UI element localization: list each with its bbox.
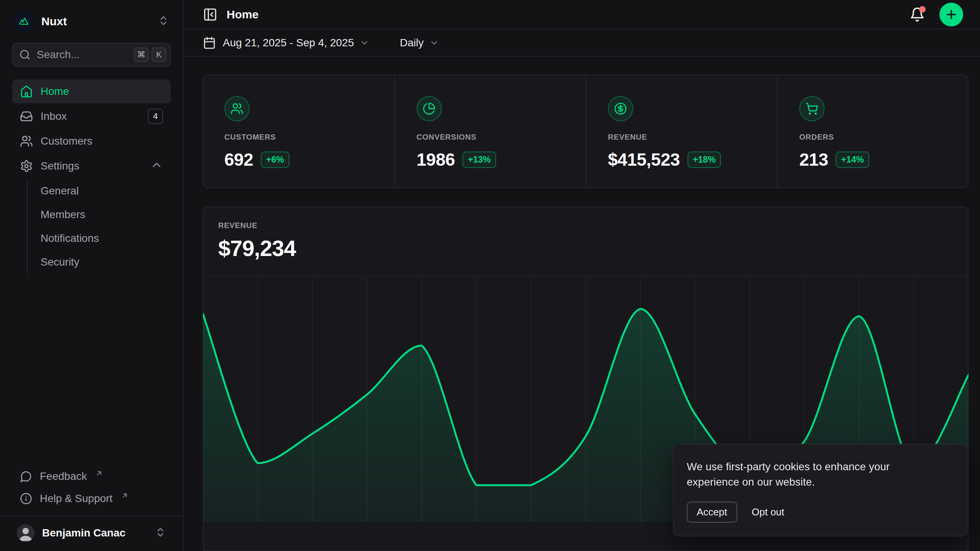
granularity-value: Daily — [400, 37, 424, 49]
help-support-link[interactable]: Help & Support — [12, 487, 171, 510]
collapse-sidebar-button[interactable] — [203, 7, 217, 22]
pie-chart-icon — [416, 96, 442, 121]
stat-delta-badge: +6% — [261, 152, 289, 168]
notifications-button[interactable] — [910, 7, 925, 22]
stat-value: 213 — [799, 149, 828, 170]
external-link-icon — [95, 469, 103, 477]
sidebar-item-settings[interactable]: Settings — [12, 154, 171, 178]
stat-label: ORDERS — [799, 133, 953, 142]
filters-bar: Aug 21, 2025 - Sep 4, 2025 Daily — [184, 29, 980, 57]
sub-item-label: General — [41, 185, 79, 197]
stat-delta-badge: +13% — [462, 152, 496, 168]
cookie-message: We use first-party cookies to enhance yo… — [687, 459, 939, 490]
gear-icon — [20, 160, 33, 173]
team-selector[interactable]: Nuxt — [12, 10, 171, 33]
feedback-label: Feedback — [40, 470, 87, 483]
feedback-link[interactable]: Feedback — [12, 465, 171, 487]
sidebar-item-label: Settings — [41, 160, 79, 172]
home-icon — [20, 85, 33, 98]
plus-icon — [945, 8, 958, 21]
page-header: Home — [184, 0, 980, 29]
stat-value: 1986 — [416, 149, 455, 170]
search-kbd-hints: ⌘ K — [134, 47, 166, 62]
inbox-count-badge: 4 — [148, 109, 163, 124]
sidebar-item-label: Inbox — [41, 110, 67, 122]
users-icon — [224, 96, 250, 121]
page-title: Home — [227, 8, 258, 21]
sidebar-nav: Home Inbox 4 Customers Settings General — [12, 80, 171, 274]
stat-delta-badge: +14% — [836, 152, 869, 168]
accept-button[interactable]: Accept — [687, 502, 737, 523]
kbd-meta: ⌘ — [134, 47, 149, 62]
kbd-k: K — [152, 47, 166, 62]
sidebar-item-notifications[interactable]: Notifications — [28, 227, 171, 250]
sub-item-label: Notifications — [41, 232, 99, 245]
help-support-label: Help & Support — [40, 492, 113, 505]
team-name: Nuxt — [41, 15, 67, 28]
circle-dollar-icon — [608, 96, 633, 121]
search-icon — [19, 49, 31, 60]
sidebar: Nuxt Search... ⌘ K Home Inbox 4 — [0, 0, 184, 551]
cookie-banner: We use first-party cookies to enhance yo… — [673, 444, 969, 536]
stat-conversions: CONVERSIONS 1986 +13% — [394, 75, 586, 188]
stats-card: CUSTOMERS 692 +6% CONVERSIONS 1986 +13% — [203, 75, 969, 188]
sub-item-label: Members — [41, 209, 85, 221]
user-avatar — [17, 524, 34, 542]
stat-value: $415,523 — [608, 149, 680, 170]
shopping-cart-icon — [799, 96, 825, 121]
sidebar-item-label: Home — [41, 85, 69, 98]
stat-label: CONVERSIONS — [416, 133, 570, 142]
sidebar-item-home[interactable]: Home — [12, 80, 171, 103]
chevron-up-icon — [150, 158, 163, 174]
search-placeholder: Search... — [37, 49, 128, 61]
granularity-select[interactable]: Daily — [400, 37, 439, 49]
add-button[interactable] — [939, 3, 963, 26]
chevrons-up-down-icon — [158, 15, 169, 28]
chevron-down-icon — [429, 38, 439, 48]
date-range-picker[interactable]: Aug 21, 2025 - Sep 4, 2025 — [223, 37, 369, 49]
user-menu[interactable]: Benjamin Canac — [12, 517, 171, 545]
revenue-chart-label: REVENUE — [218, 221, 953, 230]
users-icon — [20, 135, 33, 148]
stat-label: REVENUE — [608, 133, 762, 142]
chevrons-up-down-icon — [155, 527, 166, 540]
sidebar-item-members[interactable]: Members — [28, 203, 171, 227]
chevron-down-icon — [359, 38, 369, 48]
calendar-icon — [203, 36, 216, 49]
stat-orders: ORDERS 213 +14% — [777, 75, 969, 188]
revenue-chart-value: $79,234 — [218, 235, 953, 261]
settings-subnav: General Members Notifications Security — [27, 179, 171, 274]
sidebar-item-inbox[interactable]: Inbox 4 — [12, 104, 171, 128]
nuxt-logo-icon — [14, 11, 34, 31]
notification-dot — [919, 6, 926, 13]
sidebar-item-general[interactable]: General — [28, 179, 171, 203]
search-input[interactable]: Search... ⌘ K — [12, 43, 171, 67]
stat-delta-badge: +18% — [688, 152, 721, 168]
sub-item-label: Security — [41, 256, 79, 268]
external-link-icon — [121, 492, 129, 499]
sidebar-item-customers[interactable]: Customers — [12, 129, 171, 153]
opt-out-button[interactable]: Opt out — [752, 506, 784, 518]
info-circle-icon — [20, 492, 32, 505]
stat-value: 692 — [224, 149, 253, 170]
date-range-value: Aug 21, 2025 - Sep 4, 2025 — [223, 37, 354, 49]
inbox-icon — [20, 110, 33, 123]
stat-customers: CUSTOMERS 692 +6% — [203, 75, 394, 188]
stat-label: CUSTOMERS — [224, 133, 379, 142]
stat-revenue: REVENUE $415,523 +18% — [586, 75, 777, 188]
message-bubble-icon — [20, 470, 32, 483]
user-name: Benjamin Canac — [42, 527, 126, 539]
sidebar-item-label: Customers — [41, 135, 92, 147]
sidebar-item-security[interactable]: Security — [28, 250, 171, 274]
